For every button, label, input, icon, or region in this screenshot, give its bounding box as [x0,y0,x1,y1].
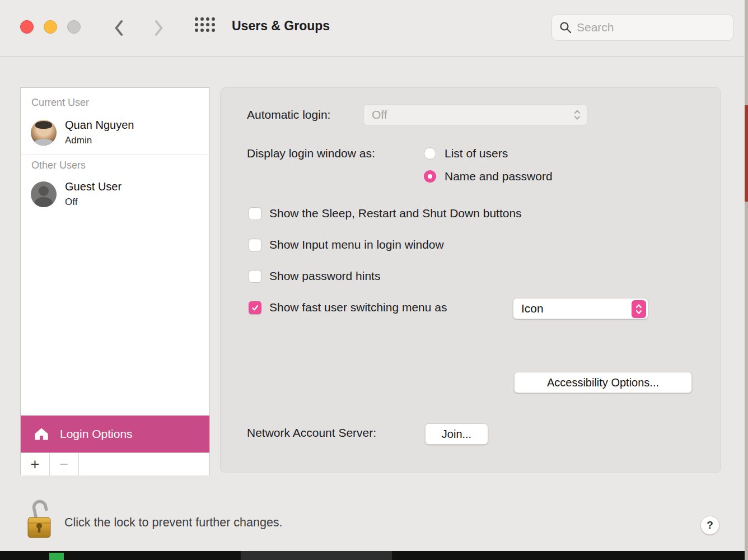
checkbox-label: Show Input menu in login window [269,238,444,251]
radio-option-name-and-password[interactable]: Name and password [424,170,553,183]
search-field[interactable] [551,14,733,41]
checkbox-unchecked-icon[interactable] [249,239,261,251]
checkbox-unchecked-icon[interactable] [249,270,261,283]
chevron-up-down-icon [573,109,581,121]
guest-user-name[interactable]: Guest User [65,180,121,193]
guest-user-status: Off [65,197,77,208]
guest-user-avatar[interactable] [31,181,57,207]
desktop-gray-segment [241,551,392,560]
checkbox-show-password-hints[interactable]: Show password hints [249,269,380,283]
search-icon [559,21,572,34]
home-icon [34,427,49,441]
login-options-panel: Automatic login: Off Display login windo… [220,87,721,473]
radio-option-list-of-users[interactable]: List of users [424,147,508,160]
display-login-label: Display login window as: [247,147,375,160]
sidebar-divider [21,155,209,155]
lock-message: Click the lock to prevent further change… [64,516,283,530]
current-user-avatar[interactable] [31,120,57,146]
accessibility-options-button[interactable]: Accessibility Options... [514,372,692,393]
login-options-label: Login Options [60,427,133,441]
remove-user-button: − [50,453,79,475]
chevron-right-icon [154,20,164,36]
check-icon [251,304,259,312]
checkbox-label: Show the Sleep, Restart and Shut Down bu… [269,207,522,220]
automatic-login-value: Off [364,108,573,122]
search-input[interactable] [572,21,734,34]
checkbox-show-fast-user-switching[interactable]: Show fast user switching menu as [249,301,447,314]
desktop-edge-sliver [745,0,748,560]
chevron-left-icon [114,20,124,36]
desktop-green-item [49,553,64,560]
close-window-button[interactable] [20,20,34,34]
lock-icon[interactable] [26,496,54,542]
other-users-section-label: Other Users [31,160,86,171]
join-button[interactable]: Join... [425,423,488,445]
checkbox-show-sleep-restart-shutdown[interactable]: Show the Sleep, Restart and Shut Down bu… [249,207,522,220]
checkbox-label: Show password hints [269,269,380,283]
desktop-red-segment [745,105,748,202]
forward-button[interactable] [149,17,169,39]
show-all-grid-icon[interactable] [195,17,215,32]
minimize-window-button[interactable] [44,20,57,34]
user-list-controls: + − [21,452,209,475]
network-account-server-label: Network Account Server: [247,426,376,440]
checkbox-unchecked-icon[interactable] [249,207,261,220]
users-groups-window: Users & Groups Current User Quan Nguyen … [0,0,748,560]
checkbox-checked-icon[interactable] [249,301,261,314]
automatic-login-select: Off [363,104,587,125]
automatic-login-label: Automatic login: [247,108,330,122]
help-button[interactable]: ? [700,516,719,535]
current-user-section-label: Current User [31,97,89,109]
chevron-up-down-icon [635,302,643,316]
checkbox-show-input-menu[interactable]: Show Input menu in login window [249,238,444,251]
fast-user-switching-value: Icon [513,302,648,315]
back-button[interactable] [109,17,129,39]
desktop-bottom-sliver [0,551,748,560]
add-user-button[interactable]: + [21,453,50,475]
radio-option-label: Name and password [445,170,553,183]
radio-unselected-icon[interactable] [424,147,436,160]
select-stepper[interactable] [632,300,646,318]
fast-user-switching-select[interactable]: Icon [513,298,648,319]
page-title: Users & Groups [232,18,330,34]
radio-option-label: List of users [445,147,508,160]
radio-selected-icon[interactable] [424,170,436,183]
checkbox-label: Show fast user switching menu as [269,301,447,314]
zoom-window-button [67,20,81,34]
traffic-lights [20,20,81,34]
user-list-sidebar: Current User Quan Nguyen Admin Other Use… [20,87,210,475]
sidebar-item-login-options[interactable]: Login Options [21,416,209,452]
current-user-name[interactable]: Quan Nguyen [65,119,134,132]
title-bar: Users & Groups [0,0,748,57]
current-user-role: Admin [65,135,92,146]
